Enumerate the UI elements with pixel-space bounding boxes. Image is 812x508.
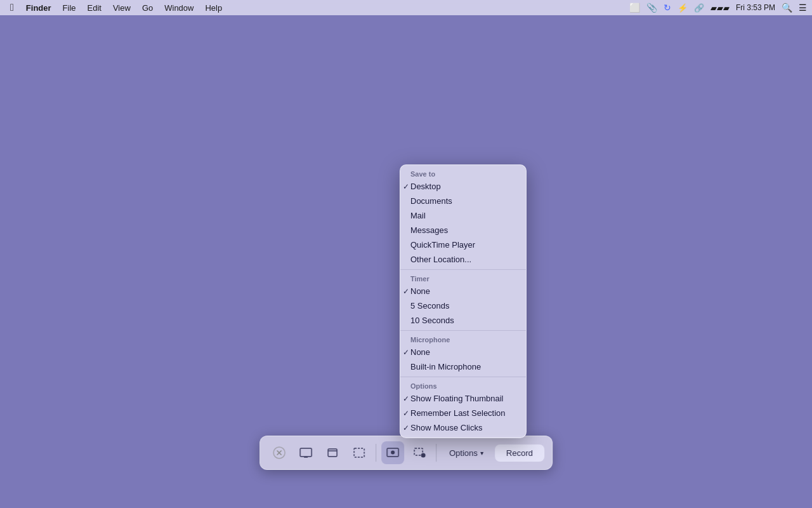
options-button[interactable]: Options ▾ bbox=[442, 444, 491, 462]
menubar-help[interactable]: Help bbox=[200, 2, 226, 14]
save-quicktime-item[interactable]: QuickTime Player bbox=[400, 237, 526, 252]
save-messages-item[interactable]: Messages bbox=[400, 223, 526, 237]
save-desktop-item[interactable]: ✓ Desktop bbox=[400, 179, 526, 194]
screen-size-icon[interactable]: ⬜ bbox=[629, 3, 640, 13]
save-to-label: Save to bbox=[400, 168, 526, 179]
svg-point-12 bbox=[421, 453, 426, 458]
link-icon[interactable]: 🔗 bbox=[694, 3, 704, 13]
save-to-section: Save to ✓ Desktop Documents Mail Message… bbox=[400, 165, 526, 269]
capture-window-button[interactable] bbox=[321, 441, 344, 464]
desktop: Save to ✓ Desktop Documents Mail Message… bbox=[0, 15, 812, 508]
menubar-file[interactable]: File bbox=[58, 2, 81, 14]
option-remember-item[interactable]: ✓ Remember Last Selection bbox=[400, 406, 526, 420]
microphone-section: Microphone ✓ None Built-in Microphone bbox=[400, 330, 526, 377]
chevron-down-icon: ▾ bbox=[480, 450, 483, 457]
svg-point-10 bbox=[391, 451, 395, 455]
record-button[interactable]: Record bbox=[495, 444, 544, 462]
options-dropdown: Save to ✓ Desktop Documents Mail Message… bbox=[400, 164, 527, 438]
battery-icon[interactable]: ▰▰▰ bbox=[710, 3, 730, 13]
menubar-right: ⬜ 📎 ↻ ⚡ 🔗 ▰▰▰ Fri 3:53 PM 🔍 ☰ bbox=[629, 3, 807, 13]
timer-section: Timer ✓ None 5 Seconds 10 Seconds bbox=[400, 269, 526, 330]
mic-builtin-item[interactable]: Built-in Microphone bbox=[400, 359, 526, 374]
close-button[interactable] bbox=[268, 441, 291, 464]
timer-5s-item[interactable]: 5 Seconds bbox=[400, 298, 526, 313]
save-other-item[interactable]: Other Location... bbox=[400, 252, 526, 267]
record-selection-icon bbox=[412, 446, 426, 460]
clock: Fri 3:53 PM bbox=[736, 3, 775, 12]
apple-menu[interactable]:  bbox=[5, 2, 19, 13]
toolbar-separator-2 bbox=[436, 444, 436, 462]
menubar-go[interactable]: Go bbox=[138, 2, 157, 14]
capture-screen-icon bbox=[299, 446, 313, 460]
options-section: Options ✓ Show Floating Thumbnail ✓ Reme… bbox=[400, 377, 526, 438]
record-selection-button[interactable] bbox=[408, 441, 431, 464]
menubar-view[interactable]: View bbox=[108, 2, 135, 14]
search-icon[interactable]: 🔍 bbox=[782, 3, 792, 13]
microphone-label: Microphone bbox=[400, 333, 526, 345]
menubar-finder[interactable]: Finder bbox=[22, 2, 56, 14]
svg-rect-3 bbox=[300, 448, 311, 457]
save-mail-item[interactable]: Mail bbox=[400, 208, 526, 223]
capture-screen-button[interactable] bbox=[294, 441, 317, 464]
list-icon[interactable]: ☰ bbox=[799, 3, 807, 13]
paperclip-icon[interactable]: 📎 bbox=[646, 3, 657, 13]
check-icon: ✓ bbox=[403, 182, 409, 191]
timer-10s-item[interactable]: 10 Seconds bbox=[400, 313, 526, 328]
check-icon: ✓ bbox=[403, 394, 409, 403]
menubar-window[interactable]: Window bbox=[160, 2, 198, 14]
close-icon bbox=[272, 446, 286, 460]
svg-rect-8 bbox=[354, 448, 364, 457]
menubar-left:  Finder File Edit View Go Window Help bbox=[5, 2, 226, 14]
record-screen-icon bbox=[386, 446, 400, 460]
save-documents-item[interactable]: Documents bbox=[400, 194, 526, 208]
bluetooth-icon[interactable]: ⚡ bbox=[678, 3, 688, 13]
check-icon: ✓ bbox=[403, 424, 409, 432]
options-section-label: Options bbox=[400, 380, 526, 391]
check-icon: ✓ bbox=[403, 409, 409, 418]
check-icon: ✓ bbox=[403, 287, 409, 296]
record-label: Record bbox=[506, 448, 533, 458]
menubar-edit[interactable]: Edit bbox=[83, 2, 106, 14]
capture-selection-icon bbox=[352, 446, 366, 460]
timer-label: Timer bbox=[400, 272, 526, 284]
svg-rect-6 bbox=[328, 449, 337, 457]
check-icon: ✓ bbox=[403, 348, 409, 357]
options-label: Options bbox=[449, 448, 478, 458]
capture-selection-button[interactable] bbox=[348, 441, 370, 464]
menubar:  Finder File Edit View Go Window Help ⬜… bbox=[0, 0, 812, 15]
record-screen-button[interactable] bbox=[381, 441, 404, 464]
option-thumbnail-item[interactable]: ✓ Show Floating Thumbnail bbox=[400, 391, 526, 406]
toolbar-separator-1 bbox=[376, 444, 376, 462]
timer-none-item[interactable]: ✓ None bbox=[400, 284, 526, 298]
mic-none-item[interactable]: ✓ None bbox=[400, 345, 526, 359]
capture-window-icon bbox=[325, 446, 339, 460]
option-mouse-clicks-item[interactable]: ✓ Show Mouse Clicks bbox=[400, 420, 526, 435]
sync-icon[interactable]: ↻ bbox=[664, 3, 671, 13]
screenshot-toolbar: Options ▾ Record bbox=[259, 436, 553, 470]
